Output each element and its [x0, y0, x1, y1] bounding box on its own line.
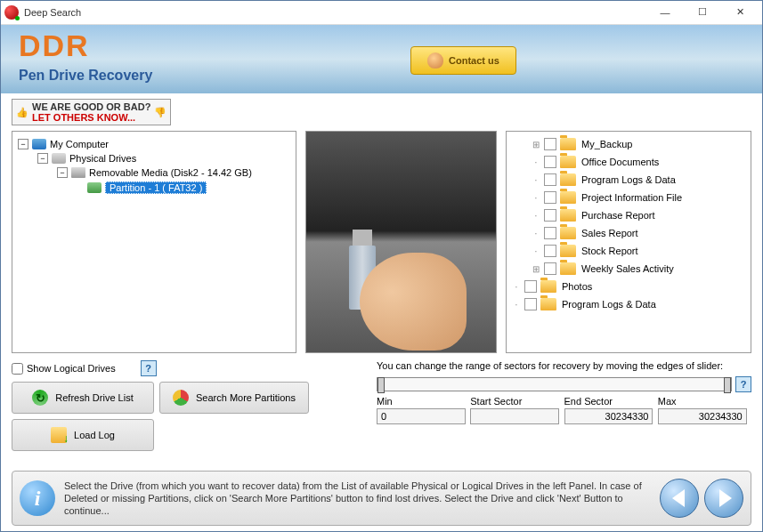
feedback-button[interactable]: 👍 WE ARE GOOD OR BAD? LET OTHERS KNOW...… [12, 99, 171, 125]
folder-checkbox[interactable] [544, 191, 556, 204]
folder-label[interactable]: Stock Report [581, 246, 638, 256]
folder-icon [560, 191, 576, 204]
folder-checkbox[interactable] [544, 227, 556, 239]
folder-row[interactable]: ·Project Information File [512, 189, 745, 206]
info-icon: i [20, 480, 55, 516]
collapse-icon[interactable]: − [18, 139, 28, 149]
folder-row[interactable]: ·Program Logs & Data [512, 295, 745, 313]
folder-row[interactable]: ·Office Documents [512, 153, 745, 171]
drives-icon [52, 153, 66, 164]
close-button[interactable]: ✕ [721, 2, 759, 23]
expand-icon[interactable]: ⊞ [532, 264, 540, 274]
expand-icon[interactable]: · [532, 193, 540, 203]
expand-icon[interactable]: · [512, 300, 521, 310]
show-logical-checkbox[interactable] [12, 363, 23, 375]
refresh-button[interactable]: Refresh Drive List [12, 382, 154, 414]
folder-checkbox[interactable] [544, 245, 556, 257]
folder-row[interactable]: ⊞Weekly Sales Activity [512, 260, 745, 278]
sector-slider[interactable] [377, 377, 732, 391]
folder-label[interactable]: Program Logs & Data [562, 299, 656, 310]
show-logical-label: Show Logical Drives [27, 363, 116, 374]
collapse-icon[interactable]: − [57, 167, 68, 178]
max-label: Max [658, 396, 751, 407]
back-button[interactable] [660, 479, 699, 518]
folder-row[interactable]: ⊞My_Backup [512, 135, 745, 153]
tree-item-physical[interactable]: − Physical Drives [18, 151, 290, 165]
arrow-right-icon [719, 489, 732, 507]
folder-icon [560, 173, 576, 186]
folder-checkbox[interactable] [524, 298, 537, 310]
pie-icon [173, 390, 189, 406]
tree-item-computer[interactable]: − My Computer [18, 137, 290, 151]
expand-icon[interactable]: · [532, 175, 540, 185]
folder-list-panel: ⊞My_Backup·Office Documents·Program Logs… [506, 131, 751, 353]
folder-icon [560, 138, 576, 150]
collapse-icon[interactable]: − [37, 153, 48, 164]
folder-icon [560, 156, 576, 168]
folder-label[interactable]: Weekly Sales Activity [581, 263, 674, 274]
minimize-button[interactable]: — [646, 2, 684, 23]
slider-handle-left[interactable] [377, 377, 385, 393]
titlebar: Deep Search — ☐ ✕ [1, 1, 762, 25]
computer-icon [32, 139, 46, 149]
folder-icon [560, 245, 576, 257]
help-icon[interactable]: ? [141, 360, 157, 376]
folder-row[interactable]: ·Stock Report [512, 242, 745, 260]
logo: DDR [19, 30, 152, 60]
expand-icon[interactable]: · [532, 229, 540, 238]
maximize-button[interactable]: ☐ [684, 2, 721, 23]
folder-label[interactable]: Project Information File [581, 192, 682, 203]
image-panel [305, 131, 497, 353]
contact-button[interactable]: Contact us [410, 46, 516, 75]
next-button[interactable] [704, 479, 743, 518]
tree-label-selected[interactable]: Partition - 1 ( FAT32 ) [105, 181, 207, 194]
folder-icon [540, 280, 556, 293]
search-partitions-button[interactable]: Search More Partitions [159, 382, 309, 414]
min-label: Min [377, 396, 470, 407]
tree-label[interactable]: Physical Drives [69, 153, 136, 164]
tree-item-removable[interactable]: − Removable Media (Disk2 - 14.42 GB) [18, 165, 290, 180]
folder-label[interactable]: Purchase Report [581, 210, 655, 221]
folder-checkbox[interactable] [544, 173, 556, 186]
product-name: Pen Drive Recovery [19, 68, 152, 84]
folder-row[interactable]: ·Photos [512, 278, 745, 295]
folder-label[interactable]: My_Backup [581, 139, 632, 149]
folder-label[interactable]: Office Documents [581, 157, 659, 167]
max-field [658, 408, 747, 424]
expand-icon[interactable]: · [532, 157, 540, 167]
drive-tree-panel: − My Computer − Physical Drives − Remova… [12, 131, 296, 353]
load-log-button[interactable]: Load Log [12, 419, 154, 451]
folder-row[interactable]: ·Purchase Report [512, 206, 745, 224]
expand-icon[interactable]: ⊞ [532, 140, 540, 149]
feedback-line1: WE ARE GOOD OR BAD? [32, 101, 150, 112]
expand-icon[interactable]: · [532, 211, 540, 221]
folder-row[interactable]: ·Program Logs & Data [512, 171, 745, 189]
footer-bar: i Select the Drive (from which you want … [12, 471, 751, 526]
folder-row[interactable]: ·Sales Report [512, 224, 745, 242]
folder-label[interactable]: Program Logs & Data [581, 174, 676, 185]
slider-handle-right[interactable] [724, 377, 731, 393]
banner: DDR Pen Drive Recovery Contact us [1, 25, 762, 93]
end-field[interactable] [564, 408, 653, 424]
thumb-up-icon: 👍 [16, 107, 28, 118]
hand-illustration [360, 253, 467, 351]
expand-icon[interactable]: · [532, 246, 540, 256]
folder-checkbox[interactable] [544, 138, 556, 150]
usb-icon [71, 167, 85, 178]
help-icon[interactable]: ? [735, 376, 751, 392]
folder-icon [560, 262, 576, 275]
search-label: Search More Partitions [196, 392, 296, 403]
folder-checkbox[interactable] [544, 209, 556, 222]
tree-item-partition[interactable]: Partition - 1 ( FAT32 ) [18, 180, 290, 196]
tree-label[interactable]: My Computer [50, 139, 109, 149]
folder-label[interactable]: Sales Report [581, 228, 638, 238]
contact-label: Contact us [449, 55, 499, 66]
start-field[interactable] [470, 408, 559, 424]
folder-checkbox[interactable] [544, 156, 556, 168]
folder-checkbox[interactable] [524, 280, 537, 293]
expand-icon[interactable]: · [512, 282, 521, 292]
tree-label[interactable]: Removable Media (Disk2 - 14.42 GB) [89, 167, 252, 178]
folder-label[interactable]: Photos [562, 281, 592, 292]
folder-checkbox[interactable] [544, 262, 556, 275]
arrow-left-icon [672, 489, 685, 507]
